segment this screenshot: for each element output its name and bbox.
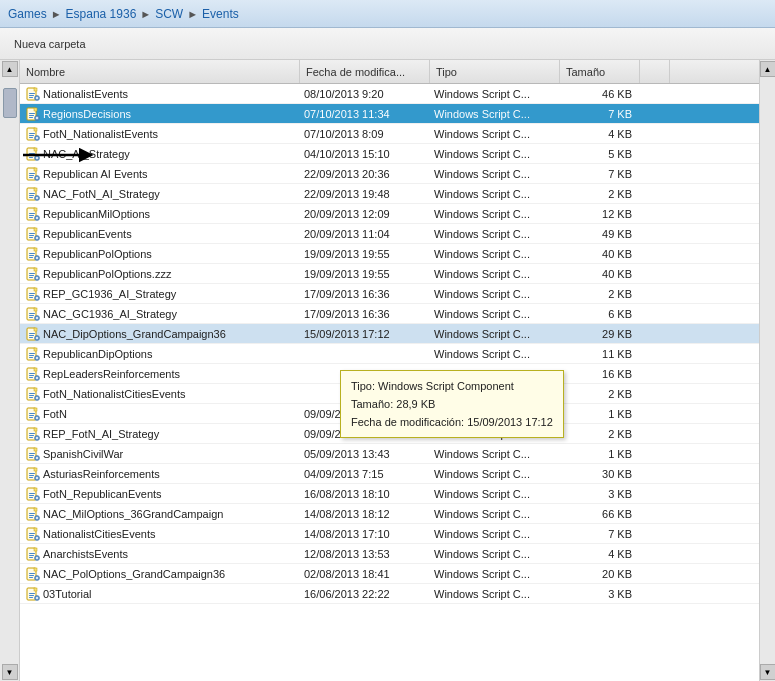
file-size: 40 KB (560, 248, 640, 260)
table-row[interactable]: 03Tutorial16/06/2013 22:22Windows Script… (20, 584, 759, 604)
table-row[interactable]: NAC_AI_Strategy04/10/2013 15:10Windows S… (20, 144, 759, 164)
svg-rect-75 (29, 295, 34, 296)
svg-rect-109 (29, 393, 35, 394)
table-row[interactable]: NAC_MilOptions_36GrandCampaign14/08/2013… (20, 504, 759, 524)
table-row[interactable]: FotN_RepublicanEvents16/08/2013 18:10Win… (20, 484, 759, 504)
file-name: REP_FotN_AI_Strategy (43, 428, 159, 440)
scroll-thumb[interactable] (3, 88, 17, 118)
svg-rect-60 (29, 253, 35, 254)
svg-point-92 (36, 337, 38, 339)
file-type: Windows Script C... (430, 308, 560, 320)
toolbar: Nueva carpeta (0, 28, 775, 60)
breadcrumb-events[interactable]: Events (202, 7, 239, 21)
file-size: 11 KB (560, 348, 640, 360)
right-scrollbar[interactable]: ▲ ▼ (759, 60, 775, 681)
file-rows-container: NationalistEvents08/10/2013 9:20Windows … (20, 84, 759, 604)
file-date: 15/09/2013 17:12 (300, 328, 430, 340)
breadcrumb-scw[interactable]: SCW (155, 7, 183, 21)
scroll-down-btn[interactable]: ▼ (2, 664, 18, 680)
table-row[interactable]: RepublicanPolOptions.zzz19/09/2013 19:55… (20, 264, 759, 284)
svg-rect-76 (29, 297, 33, 298)
file-icon (26, 347, 40, 361)
file-date: 20/09/2013 11:04 (300, 228, 430, 240)
left-scrollbar[interactable]: ▲ ▼ (0, 60, 20, 681)
file-size: 12 KB (560, 208, 640, 220)
table-row[interactable]: NAC_PolOptions_GrandCampaign3602/08/2013… (20, 564, 759, 584)
table-row[interactable]: RepublicanEvents20/09/2013 11:04Windows … (20, 224, 759, 244)
file-date: 14/08/2013 18:12 (300, 508, 430, 520)
svg-rect-52 (34, 228, 37, 231)
file-name: NAC_DipOptions_GrandCampaign36 (43, 328, 226, 340)
file-type: Windows Script C... (430, 348, 560, 360)
scroll-up-btn[interactable]: ▲ (2, 61, 18, 77)
file-name-cell: FotN_RepublicanEvents (20, 487, 300, 501)
file-date: 05/09/2013 13:43 (300, 448, 430, 460)
table-row[interactable]: REP_GC1936_AI_Strategy17/09/2013 16:36Wi… (20, 284, 759, 304)
file-name: NAC_MilOptions_36GrandCampaign (43, 508, 223, 520)
col-name[interactable]: Nombre (20, 60, 300, 83)
svg-rect-115 (34, 408, 37, 411)
file-type: Windows Script C... (430, 488, 560, 500)
svg-rect-104 (29, 377, 33, 378)
table-row[interactable]: Republican AI Events22/09/2013 20:36Wind… (20, 164, 759, 184)
table-row[interactable]: RepublicanMilOptions20/09/2013 12:09Wind… (20, 204, 759, 224)
table-row[interactable]: NAC_DipOptions_GrandCampaign3615/09/2013… (20, 324, 759, 344)
svg-rect-69 (29, 277, 33, 278)
svg-rect-54 (29, 235, 34, 236)
tooltip-tipo-label: Tipo: (351, 380, 375, 392)
nueva-carpeta-button[interactable]: Nueva carpeta (8, 36, 92, 52)
file-size: 46 KB (560, 88, 640, 100)
breadcrumb-sep-1: ► (51, 8, 62, 20)
svg-rect-5 (29, 95, 34, 96)
svg-point-120 (36, 417, 38, 419)
right-scroll-down[interactable]: ▼ (760, 664, 776, 680)
svg-rect-46 (29, 213, 35, 214)
file-name: RepublicanPolOptions (43, 248, 152, 260)
file-icon (26, 327, 40, 341)
svg-rect-67 (29, 273, 35, 274)
table-row[interactable]: NAC_FotN_AI_Strategy22/09/2013 19:48Wind… (20, 184, 759, 204)
table-row[interactable]: RepublicanDipOptionsWindows Script C...1… (20, 344, 759, 364)
table-row[interactable]: NationalistEvents08/10/2013 9:20Windows … (20, 84, 759, 104)
table-row[interactable]: RepublicanPolOptions19/09/2013 19:55Wind… (20, 244, 759, 264)
scroll-track[interactable] (2, 78, 18, 663)
table-row[interactable]: SpanishCivilWar05/09/2013 13:43Windows S… (20, 444, 759, 464)
file-type: Windows Script C... (430, 88, 560, 100)
file-date: 07/10/2013 8:09 (300, 128, 430, 140)
file-date: 20/09/2013 12:09 (300, 208, 430, 220)
right-scroll-up[interactable]: ▲ (760, 61, 776, 77)
file-name: RepublicanEvents (43, 228, 132, 240)
svg-rect-33 (29, 175, 34, 176)
col-type[interactable]: Tipo (430, 60, 560, 83)
breadcrumb-games[interactable]: Games (8, 7, 47, 21)
table-row[interactable]: AsturiasReinforcements04/09/2013 7:15Win… (20, 464, 759, 484)
col-size[interactable]: Tamaño (560, 60, 640, 83)
file-date: 16/08/2013 18:10 (300, 488, 430, 500)
file-type: Windows Script C... (430, 448, 560, 460)
file-name-cell: RepublicanDipOptions (20, 347, 300, 361)
svg-rect-34 (29, 177, 33, 178)
svg-rect-10 (34, 108, 37, 111)
table-row[interactable]: NationalistCitiesEvents14/08/2013 17:10W… (20, 524, 759, 544)
col-date[interactable]: Fecha de modifica... (300, 60, 430, 83)
svg-point-29 (36, 157, 38, 159)
file-type: Windows Script C... (430, 568, 560, 580)
table-row[interactable]: FotN_NationalistEvents07/10/2013 8:09Win… (20, 124, 759, 144)
file-icon (26, 427, 40, 441)
svg-rect-39 (29, 193, 35, 194)
svg-rect-165 (29, 553, 35, 554)
file-type: Windows Script C... (430, 268, 560, 280)
file-name-cell: FotN (20, 407, 300, 421)
svg-point-99 (36, 357, 38, 359)
right-scroll-track[interactable] (760, 78, 776, 663)
table-row[interactable]: AnarchistsEvents12/08/2013 13:53Windows … (20, 544, 759, 564)
svg-rect-166 (29, 555, 34, 556)
svg-point-141 (36, 477, 38, 479)
breadcrumb-espana[interactable]: Espana 1936 (66, 7, 137, 21)
tooltip-tipo: Tipo: Windows Script Component (351, 377, 553, 395)
svg-rect-11 (29, 113, 35, 114)
table-row[interactable]: NAC_GC1936_AI_Strategy17/09/2013 16:36Wi… (20, 304, 759, 324)
file-icon (26, 147, 40, 161)
file-size: 1 KB (560, 448, 640, 460)
table-row[interactable]: RegionsDecisions07/10/2013 11:34Windows … (20, 104, 759, 124)
